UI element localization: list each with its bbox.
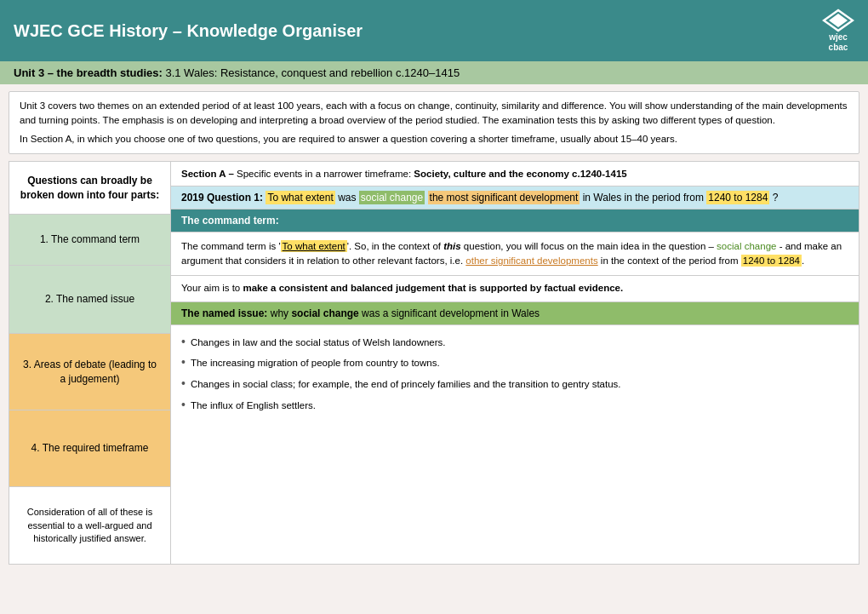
named-issue-label: The named issue: [181, 307, 267, 319]
question-part-to-what-extent: To what extent [266, 191, 334, 204]
page-header: WJEC GCE History – Knowledge Organiser w… [0, 0, 868, 61]
wjec-logo: wjec cbac [822, 9, 854, 53]
list-item: Changes in social class; for example, th… [181, 374, 848, 395]
command-term-other-devs: other significant developments [465, 255, 597, 266]
question-label: 2019 Question 1: [181, 192, 263, 204]
named-issue-social-change: social change [291, 307, 358, 319]
command-term-header-label: The command term: [181, 215, 279, 227]
command-term-header: The command term: [171, 209, 859, 232]
subheader-text: 3.1 Wales: Resistance, conquest and rebe… [163, 66, 460, 79]
right-content: Section A – Specific events in a narrowe… [171, 162, 859, 565]
question-part-social-change: social change [359, 191, 425, 204]
named-issue-list: Changes in law and the social status of … [181, 332, 848, 416]
question-part-period: 1240 to 1284 [706, 191, 769, 204]
list-item: Changes in law and the social status of … [181, 332, 848, 353]
list-item: The increasing migration of people from … [181, 353, 848, 374]
command-term-social-change: social change [717, 241, 776, 251]
sidebar-item-command-term: 1. The command term [9, 215, 170, 266]
section-a-bold: Society, culture and the economy c.1240-… [414, 169, 626, 179]
named-issue-body: Changes in law and the social status of … [171, 325, 859, 423]
left-sidebar: Questions can broadly be broken down int… [9, 162, 171, 565]
command-term-period: 1240 to 1284 [741, 255, 802, 267]
section-a-label: Section A – [181, 169, 234, 179]
sidebar-header: Questions can broadly be broken down int… [9, 162, 170, 215]
sidebar-item-named-issue: 2. The named issue [9, 266, 170, 334]
question-text: To what extent was social change the mos… [266, 191, 778, 204]
aim-bold: make a consistent and balanced judgement… [243, 283, 623, 293]
logo-text: wjec cbac [829, 32, 848, 53]
subheader-prefix: Unit 3 – the breadth studies: [14, 66, 163, 79]
section-a-header: Section A – Specific events in a narrowe… [171, 162, 859, 186]
named-issue-header: The named issue: why social change was a… [171, 302, 859, 325]
question-part-most-significant: the most significant development [428, 191, 580, 204]
logo-icon [822, 9, 854, 32]
list-item: The influx of English settlers. [181, 395, 848, 416]
intro-line1: Unit 3 covers two themes on an extended … [20, 99, 848, 129]
sidebar-item-required-timeframe: 4. The required timeframe [9, 410, 170, 487]
sidebar-item-consideration: Consideration of all of these is essenti… [9, 487, 170, 564]
intro-line2: In Section A, in which you choose one of… [20, 132, 848, 146]
command-term-this: this [443, 241, 460, 251]
page-title: WJEC GCE History – Knowledge Organiser [14, 21, 363, 41]
command-term-highlight: To what extent [281, 240, 347, 252]
aim-row: Your aim is to make a consistent and bal… [171, 276, 859, 301]
intro-box: Unit 3 covers two themes on an extended … [9, 91, 859, 154]
command-term-paragraph: The command term is 'To what extent'. So… [181, 239, 848, 269]
subheader: Unit 3 – the breadth studies: 3.1 Wales:… [0, 61, 868, 84]
main-content: Questions can broadly be broken down int… [9, 161, 859, 565]
sidebar-item-areas-debate: 3. Areas of debate (leading to a judgeme… [9, 334, 170, 410]
section-a-text: Specific events in a narrower timeframe: [234, 169, 414, 179]
command-term-body: The command term is 'To what extent'. So… [171, 232, 859, 277]
question-row: 2019 Question 1: To what extent was soci… [171, 186, 859, 209]
